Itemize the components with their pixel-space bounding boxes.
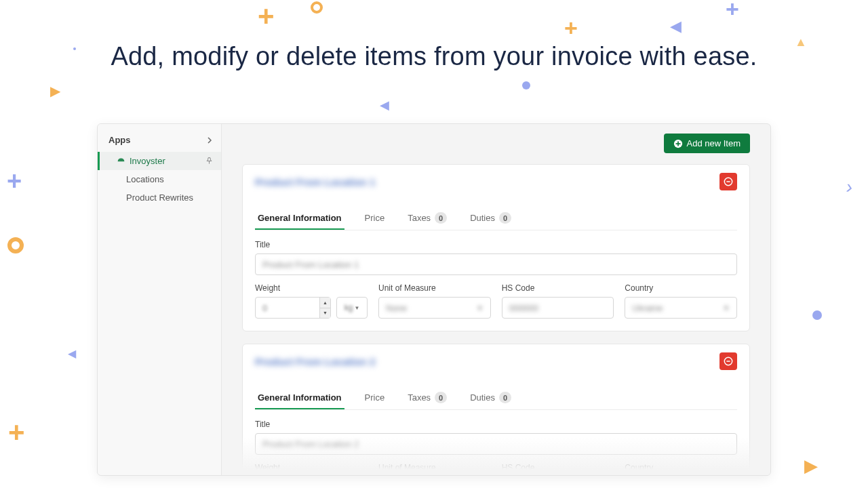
sidebar-item-locations[interactable]: Locations bbox=[98, 170, 221, 188]
sidebar-item-label: Locations bbox=[126, 174, 213, 184]
deco-plus: + bbox=[726, 0, 739, 22]
count-badge: 0 bbox=[435, 392, 447, 403]
title-input[interactable]: Product From Location 2 bbox=[255, 433, 737, 455]
chevron-right-icon bbox=[206, 137, 213, 144]
sidebar-header-label: Apps bbox=[108, 135, 131, 145]
tab-price[interactable]: Price bbox=[362, 387, 388, 409]
item-card: Product From Location 1 General Informat… bbox=[242, 164, 750, 331]
field-label-weight: Weight bbox=[255, 283, 368, 293]
country-select[interactable]: Ukraine▼ bbox=[625, 297, 737, 319]
tab-label: Price bbox=[365, 392, 385, 403]
sidebar: Apps Invoyster Locations Product Rewrite… bbox=[98, 124, 222, 475]
deco-dot bbox=[812, 310, 822, 320]
hero-title: Add, modify or delete items from your in… bbox=[0, 42, 868, 71]
deco-triangle: ◀ bbox=[380, 98, 389, 113]
weight-stepper[interactable]: 0 ▲ ▼ bbox=[255, 297, 331, 319]
main-content: Add new Item Product From Location 1 Gen… bbox=[222, 124, 770, 475]
pin-icon bbox=[205, 157, 213, 165]
item-card: Product From Location 2 General Informat… bbox=[242, 344, 750, 475]
tab-label: Duties bbox=[470, 213, 495, 223]
deco-triangle: ◀ bbox=[68, 347, 76, 360]
deco-plus: + bbox=[7, 167, 22, 196]
delete-item-button[interactable] bbox=[719, 352, 737, 370]
field-label-title: Title bbox=[255, 420, 737, 429]
tab-label: Taxes bbox=[408, 213, 431, 223]
deco-dot bbox=[522, 81, 530, 89]
count-badge: 0 bbox=[499, 212, 511, 224]
title-input[interactable]: Product From Location 1 bbox=[255, 253, 737, 275]
count-badge: 0 bbox=[499, 392, 511, 403]
field-label-hs: HS Code bbox=[502, 463, 614, 472]
item-tabs: General Information Price Taxes 0 Duties… bbox=[255, 207, 737, 230]
minus-circle-icon bbox=[724, 177, 733, 186]
app-window: Apps Invoyster Locations Product Rewrite… bbox=[97, 123, 771, 476]
tab-taxes[interactable]: Taxes 0 bbox=[405, 207, 450, 230]
add-item-label: Add new Item bbox=[687, 138, 741, 148]
field-label-title: Title bbox=[255, 240, 737, 249]
field-label-hs: HS Code bbox=[502, 283, 614, 293]
minus-circle-icon bbox=[724, 357, 733, 366]
add-item-button[interactable]: Add new Item bbox=[664, 134, 751, 153]
uom-select[interactable]: None▼ bbox=[378, 297, 491, 319]
deco-plus: + bbox=[8, 416, 25, 449]
field-label-uom: Unit of Measure bbox=[378, 463, 491, 472]
weight-unit-toggle[interactable]: kg ▼ bbox=[336, 297, 368, 319]
field-label-country: Country bbox=[625, 463, 737, 472]
deco-plus: + bbox=[258, 0, 275, 33]
sidebar-item-label: Product Rewrites bbox=[126, 192, 213, 203]
item-tabs: General Information Price Taxes 0 Duties… bbox=[255, 386, 737, 410]
toolbar: Add new Item bbox=[242, 134, 750, 153]
app-icon bbox=[117, 157, 125, 165]
tab-duties[interactable]: Duties 0 bbox=[467, 207, 514, 230]
delete-item-button[interactable] bbox=[719, 173, 737, 190]
sidebar-item-invoyster[interactable]: Invoyster bbox=[98, 152, 221, 170]
sidebar-header[interactable]: Apps bbox=[98, 128, 221, 152]
stepper-up[interactable]: ▲ bbox=[320, 298, 330, 308]
hs-input[interactable]: 000000 bbox=[502, 297, 614, 319]
item-title: Product From Location 2 bbox=[255, 356, 376, 367]
plus-icon bbox=[673, 139, 683, 148]
deco-triangle: ▶ bbox=[50, 83, 60, 99]
item-title: Product From Location 1 bbox=[255, 176, 376, 188]
count-badge: 0 bbox=[435, 212, 447, 224]
stepper-down[interactable]: ▼ bbox=[320, 308, 330, 319]
field-label-country: Country bbox=[625, 283, 737, 293]
sidebar-item-product-rewrites[interactable]: Product Rewrites bbox=[98, 188, 221, 207]
deco-triangle: › bbox=[845, 176, 854, 199]
tab-price[interactable]: Price bbox=[362, 207, 388, 230]
field-label-uom: Unit of Measure bbox=[378, 283, 491, 293]
tab-label: General Information bbox=[258, 213, 342, 223]
tab-taxes[interactable]: Taxes 0 bbox=[405, 386, 450, 410]
tab-label: General Information bbox=[258, 392, 342, 403]
tab-duties[interactable]: Duties 0 bbox=[467, 386, 514, 410]
deco-triangle: ◀ bbox=[670, 18, 682, 35]
deco-ring bbox=[7, 237, 24, 253]
deco-triangle: ▶ bbox=[804, 455, 818, 476]
tab-label: Duties bbox=[470, 392, 495, 403]
field-label-weight: Weight bbox=[255, 463, 368, 472]
deco-ring bbox=[311, 1, 323, 14]
tab-label: Taxes bbox=[408, 392, 431, 403]
tab-label: Price bbox=[365, 213, 385, 223]
deco-plus: + bbox=[564, 15, 578, 41]
tab-general[interactable]: General Information bbox=[255, 207, 344, 230]
sidebar-item-label: Invoyster bbox=[130, 156, 205, 166]
tab-general[interactable]: General Information bbox=[255, 387, 344, 409]
